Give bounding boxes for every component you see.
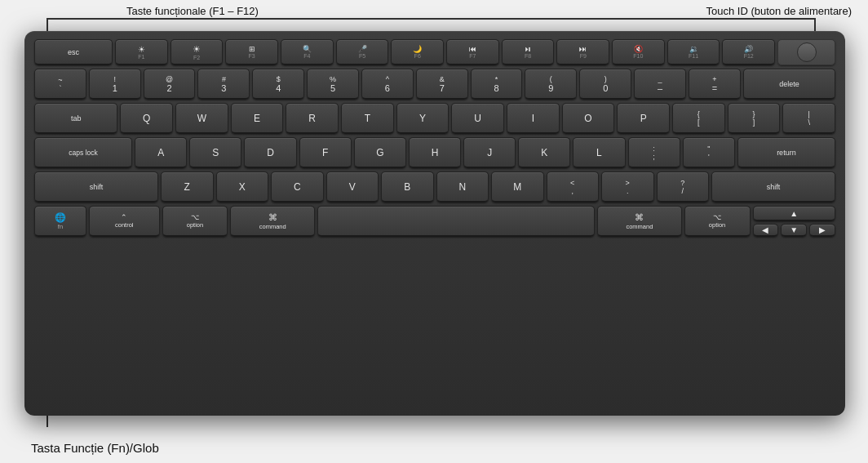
key-f5[interactable]: 🎤 F5 (336, 39, 389, 65)
key-bracket-l[interactable]: {[ (672, 103, 725, 134)
key-bracket-r[interactable]: }] (728, 103, 781, 134)
key-1[interactable]: !1 (89, 69, 141, 100)
key-s[interactable]: S (189, 137, 241, 168)
key-f11[interactable]: 🔉 F11 (667, 39, 720, 65)
key-b[interactable]: B (381, 171, 434, 203)
key-k[interactable]: K (518, 137, 570, 168)
key-f6[interactable]: 🌙 F6 (391, 39, 444, 65)
key-f12[interactable]: 🔊 F12 (722, 39, 775, 65)
key-quote[interactable]: "' (683, 137, 735, 168)
key-backtick[interactable]: ~` (34, 69, 86, 100)
key-e[interactable]: E (231, 103, 284, 134)
key-4[interactable]: $4 (252, 69, 304, 100)
arrow-bottom-group: ◀ ▼ ▶ (753, 224, 835, 237)
key-j[interactable]: J (463, 137, 516, 168)
bottom-row: 🌐 fn ⌃ control ⌥ option ⌘ command ⌘ comm… (34, 206, 835, 237)
fn-glob-label: Tasta Funcție (Fn)/Glob (31, 441, 159, 455)
key-f4[interactable]: 🔍 F4 (281, 39, 334, 65)
key-l[interactable]: L (573, 137, 625, 168)
key-control[interactable]: ⌃ control (89, 206, 160, 237)
key-v[interactable]: V (326, 171, 379, 203)
key-arrow-down[interactable]: ▼ (781, 224, 807, 237)
key-x[interactable]: X (216, 171, 269, 203)
fn-keys-label: Taste funcționale (F1 – F12) (126, 5, 259, 17)
key-c[interactable]: C (271, 171, 324, 203)
key-y[interactable]: Y (396, 103, 450, 134)
key-command-right[interactable]: ⌘ command (597, 206, 681, 237)
key-6[interactable]: ^6 (361, 69, 414, 100)
key-i[interactable]: I (507, 103, 560, 134)
key-f8[interactable]: ⏯ F8 (502, 39, 555, 65)
key-tab[interactable]: tab (34, 103, 117, 134)
key-q[interactable]: Q (120, 103, 173, 134)
touch-id-label: Touch ID (buton de alimentare) (706, 5, 852, 17)
key-comma[interactable]: <, (547, 171, 600, 203)
key-f1[interactable]: ☀ F1 (115, 39, 168, 65)
qwerty-row: tab Q W E R T Y U I O P {[ }] |\ (34, 103, 835, 134)
keyboard: esc ☀ F1 ☀ F2 ⊞ F3 🔍 F4 🎤 F5 🌙 F6 (24, 31, 845, 416)
key-f2[interactable]: ☀ F2 (170, 39, 224, 65)
key-esc[interactable]: esc (34, 39, 113, 65)
key-arrow-up[interactable]: ▲ (753, 206, 835, 221)
key-slash[interactable]: ?/ (657, 171, 710, 203)
key-z[interactable]: Z (161, 171, 214, 203)
key-d[interactable]: D (244, 137, 296, 168)
key-arrow-left[interactable]: ◀ (753, 224, 779, 237)
key-f9[interactable]: ⏭ F9 (556, 39, 609, 65)
key-option-right[interactable]: ⌥ option (684, 206, 751, 237)
key-h[interactable]: H (409, 137, 461, 168)
arrow-keys-group: ▲ ◀ ▼ ▶ (753, 206, 835, 237)
key-r[interactable]: R (286, 103, 339, 134)
key-8[interactable]: *8 (471, 69, 523, 100)
annotation-top-area: Taste funcționale (F1 – F12) Touch ID (b… (0, 3, 868, 34)
key-o[interactable]: O (562, 103, 615, 134)
key-f10[interactable]: 🔇 F10 (612, 39, 665, 65)
key-period[interactable]: >. (601, 171, 654, 203)
key-command-left[interactable]: ⌘ command (230, 206, 314, 237)
key-m[interactable]: M (491, 171, 544, 203)
key-f[interactable]: F (299, 137, 352, 168)
key-backslash[interactable]: |\ (782, 103, 835, 134)
key-space[interactable] (317, 206, 595, 237)
key-3[interactable]: #3 (197, 69, 250, 100)
key-n[interactable]: N (436, 171, 489, 203)
key-u[interactable]: U (451, 103, 504, 134)
key-f3[interactable]: ⊞ F3 (225, 39, 278, 65)
key-minus[interactable]: _– (634, 69, 686, 100)
key-p[interactable]: P (617, 103, 670, 134)
key-f7[interactable]: ⏮ F7 (446, 39, 499, 65)
key-0[interactable]: )0 (579, 69, 631, 100)
key-a[interactable]: A (135, 137, 187, 168)
key-semicolon[interactable]: :; (628, 137, 680, 168)
key-7[interactable]: &7 (416, 69, 468, 100)
key-fn-globe[interactable]: 🌐 fn (34, 206, 86, 237)
key-9[interactable]: (9 (525, 69, 577, 100)
key-touch-id[interactable] (777, 39, 835, 65)
touch-id-circle (797, 42, 817, 62)
key-return[interactable]: return (737, 137, 835, 168)
zxcv-row: shift Z X C V B N M <, >. ?/ shift (34, 171, 835, 203)
asdf-row: caps lock A S D F G H J K L :; "' return (34, 137, 835, 168)
key-5[interactable]: %5 (307, 69, 359, 100)
key-t[interactable]: T (341, 103, 394, 134)
key-g[interactable]: G (354, 137, 406, 168)
key-option-left[interactable]: ⌥ option (162, 206, 228, 237)
key-w[interactable]: W (175, 103, 228, 134)
key-shift-left[interactable]: shift (34, 171, 158, 203)
fn-key-row: esc ☀ F1 ☀ F2 ⊞ F3 🔍 F4 🎤 F5 🌙 F6 (34, 39, 835, 65)
key-delete[interactable]: delete (743, 69, 835, 100)
number-row: ~` !1 @2 #3 $4 %5 ^6 &7 *8 (9 )0 (34, 69, 835, 100)
key-arrow-right[interactable]: ▶ (809, 224, 835, 237)
key-caps-lock[interactable]: caps lock (34, 137, 132, 168)
key-equals[interactable]: += (689, 69, 741, 100)
key-shift-right[interactable]: shift (711, 171, 835, 203)
key-2[interactable]: @2 (144, 69, 196, 100)
